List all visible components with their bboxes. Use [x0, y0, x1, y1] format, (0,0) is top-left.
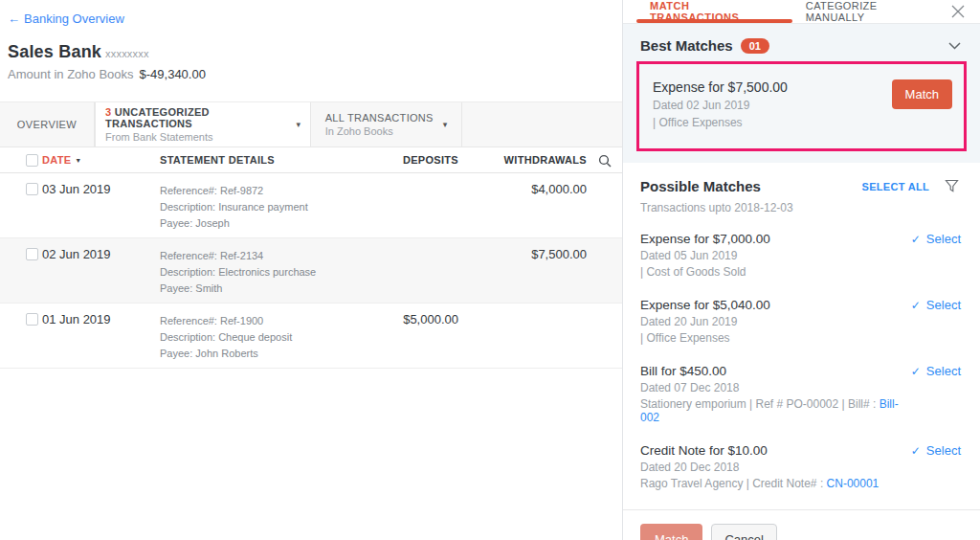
- row-details: Reference#: Ref-2134 Description: Electr…: [160, 238, 353, 297]
- chevron-down-icon[interactable]: ▾: [443, 120, 448, 129]
- row-spacer: [587, 238, 622, 239]
- footer-match-button[interactable]: Match: [640, 524, 702, 540]
- row-details: Reference#: Ref-1900 Description: Cheque…: [160, 304, 353, 362]
- table-row[interactable]: 03 Jun 2019 Reference#: Ref-9872 Descrip…: [0, 173, 622, 238]
- best-match-info: Expense for $7,500.00 Dated 02 Jun 2019 …: [653, 79, 788, 129]
- select-label: Select: [926, 298, 961, 312]
- meta-text: | Cost of Goods Sold: [640, 265, 746, 279]
- chevron-down-icon[interactable]: [947, 40, 963, 52]
- possible-match-item: Expense for $5,040.00 Dated 20 Jun 2019 …: [640, 298, 961, 345]
- tab-uncategorized-sub: From Bank Statements: [105, 131, 286, 143]
- match-button[interactable]: Match: [892, 79, 952, 109]
- row-spacer: [587, 304, 622, 304]
- search-icon[interactable]: [596, 152, 613, 169]
- row-spacer: [587, 173, 622, 174]
- check-icon: ✓: [911, 365, 921, 378]
- select-link[interactable]: ✓Select: [902, 298, 961, 312]
- possible-match-info: Credit Note for $10.00 Dated 20 Dec 2018…: [640, 443, 879, 490]
- filter-funnel-icon[interactable]: [943, 177, 961, 195]
- possible-match-date: Dated 20 Dec 2018: [640, 461, 879, 474]
- possible-match-title: Credit Note for $10.00: [640, 443, 879, 458]
- meta-link[interactable]: CN-00001: [827, 477, 880, 490]
- uncategorized-label: UNCATEGORIZED TRANSACTIONS: [105, 106, 210, 129]
- select-link[interactable]: ✓Select: [902, 232, 961, 246]
- uncategorized-count: 3: [105, 106, 111, 118]
- meta-text: | Office Expenses: [640, 331, 730, 345]
- row-checkbox-cell: [0, 238, 42, 260]
- best-match-title: Expense for $7,500.00: [653, 79, 788, 95]
- panel-tabs: MATCH TRANSACTIONS CATEGORIZE MANUALLY: [623, 0, 980, 24]
- possible-match-title: Bill for $450.00: [640, 364, 902, 378]
- row-deposit: $5,000.00: [353, 304, 458, 326]
- row-checkbox[interactable]: [26, 248, 38, 260]
- tab-all-sub: In Zoho Books: [325, 125, 434, 137]
- possible-match-date: Dated 20 Jun 2019: [640, 315, 770, 328]
- search-cell: [587, 151, 622, 169]
- close-icon[interactable]: [949, 3, 967, 20]
- select-all-checkbox[interactable]: [26, 154, 38, 167]
- panel-footer: Match Cancel: [623, 509, 980, 540]
- possible-matches-actions: SELECT ALL: [862, 177, 961, 195]
- row-details: Reference#: Ref-9872 Description: Insura…: [160, 173, 353, 232]
- possible-match-date: Dated 07 Dec 2018: [640, 381, 902, 394]
- page-header: ←Banking Overview Sales Bankxxxxxxxx Amo…: [0, 0, 622, 81]
- select-all-link[interactable]: SELECT ALL: [862, 181, 929, 192]
- possible-matches-title: Possible Matches: [640, 178, 761, 194]
- row-checkbox[interactable]: [26, 183, 38, 195]
- amount-label: Amount in Zoho Books: [8, 67, 134, 81]
- col-header-date[interactable]: DATE▼: [42, 154, 160, 166]
- row-deposit: [353, 238, 458, 247]
- row-reference: Reference#: Ref-9872: [160, 183, 353, 199]
- col-header-details: STATEMENT DETAILS: [160, 154, 353, 166]
- row-deposit: [353, 173, 458, 182]
- row-payee: Payee: Smith: [160, 281, 353, 297]
- back-to-banking-overview-link[interactable]: ←Banking Overview: [8, 11, 124, 26]
- select-link[interactable]: ✓Select: [902, 364, 961, 378]
- row-checkbox[interactable]: [26, 313, 38, 326]
- row-payee: Payee: Joseph: [160, 215, 353, 232]
- possible-matches-header: Possible Matches SELECT ALL: [640, 177, 961, 195]
- tab-match-transactions[interactable]: MATCH TRANSACTIONS: [636, 0, 792, 23]
- possible-match-meta: Rago Travel Agency | Credit Note# : CN-0…: [640, 477, 879, 490]
- possible-match-item: Bill for $450.00 Dated 07 Dec 2018 Stati…: [640, 364, 961, 424]
- chevron-down-icon[interactable]: ▾: [296, 120, 301, 129]
- tab-all-transactions[interactable]: ALL TRANSACTIONS In Zoho Books ▾: [311, 102, 462, 146]
- tab-all-title: ALL TRANSACTIONS: [325, 112, 434, 124]
- tab-overview[interactable]: OVERVIEW: [0, 102, 95, 146]
- best-match-category: | Office Expenses: [653, 116, 788, 129]
- back-link-label: Banking Overview: [24, 11, 124, 26]
- meta-text: Rago Travel Agency | Credit Note# :: [640, 477, 827, 490]
- possible-match-meta: | Office Expenses: [640, 331, 770, 345]
- account-number-mask: xxxxxxxx: [105, 48, 149, 59]
- footer-cancel-button[interactable]: Cancel: [711, 524, 776, 540]
- page-title: Sales Bankxxxxxxxx: [8, 42, 614, 62]
- tab-uncategorized-labels: 3 UNCATEGORIZED TRANSACTIONS From Bank S…: [105, 106, 286, 143]
- match-transactions-panel: MATCH TRANSACTIONS CATEGORIZE MANUALLY B…: [622, 0, 980, 540]
- table-row-selected[interactable]: 02 Jun 2019 Reference#: Ref-2134 Descrip…: [0, 238, 622, 304]
- row-payee: Payee: John Roberts: [160, 346, 353, 362]
- row-description: Description: Cheque deposit: [160, 329, 353, 346]
- best-matches-title: Best Matches: [640, 37, 733, 54]
- table-row[interactable]: 01 Jun 2019 Reference#: Ref-1900 Descrip…: [0, 304, 622, 369]
- amount-value: $-49,340.00: [140, 67, 206, 81]
- best-matches-header[interactable]: Best Matches 01: [636, 34, 967, 61]
- select-label: Select: [926, 232, 961, 246]
- row-date: 02 Jun 2019: [42, 238, 160, 261]
- possible-match-title: Expense for $7,000.00: [640, 232, 770, 246]
- row-date: 01 Jun 2019: [42, 304, 160, 326]
- check-icon: ✓: [911, 444, 921, 458]
- amount-row: Amount in Zoho Books$-49,340.00: [8, 67, 614, 81]
- tab-categorize-manually[interactable]: CATEGORIZE MANUALLY: [792, 0, 949, 23]
- possible-matches-subtitle: Transactions upto 2018-12-03: [640, 201, 961, 214]
- date-header-label: DATE: [42, 154, 71, 166]
- possible-match-date: Dated 05 Jun 2019: [640, 249, 770, 262]
- select-all-checkbox-cell: [0, 154, 42, 167]
- tab-uncategorized-title: 3 UNCATEGORIZED TRANSACTIONS: [105, 106, 286, 129]
- select-link[interactable]: ✓Select: [902, 443, 961, 458]
- possible-matches-section: Possible Matches SELECT ALL Transactions…: [623, 163, 980, 509]
- meta-text: Stationery emporium | Ref # PO-00002 | B…: [640, 397, 880, 411]
- row-checkbox-cell: [0, 304, 42, 326]
- tab-uncategorized-transactions[interactable]: 3 UNCATEGORIZED TRANSACTIONS From Bank S…: [95, 102, 311, 146]
- row-checkbox-cell: [0, 173, 42, 195]
- select-label: Select: [926, 364, 961, 378]
